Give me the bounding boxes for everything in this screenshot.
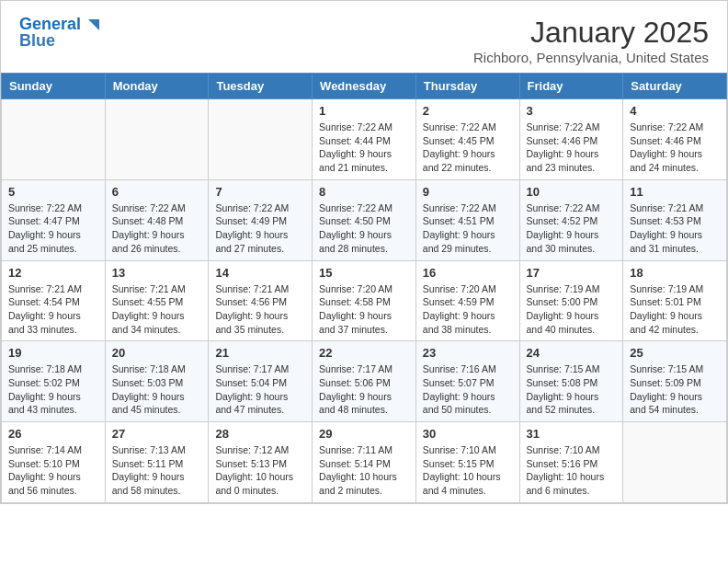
day-info: Sunrise: 7:21 AM Sunset: 4:54 PM Dayligh… [8, 282, 98, 337]
location: Richboro, Pennsylvania, United States [473, 50, 709, 65]
calendar-cell: 30Sunrise: 7:10 AM Sunset: 5:15 PM Dayli… [415, 422, 519, 503]
day-info: Sunrise: 7:19 AM Sunset: 5:01 PM Dayligh… [630, 282, 720, 337]
day-number: 18 [630, 266, 720, 280]
svg-marker-0 [88, 19, 99, 30]
day-info: Sunrise: 7:21 AM Sunset: 4:55 PM Dayligh… [112, 282, 202, 337]
day-number: 4 [630, 104, 720, 118]
day-number: 8 [319, 185, 409, 199]
weekday-header-friday: Friday [519, 74, 623, 99]
calendar-cell: 2Sunrise: 7:22 AM Sunset: 4:45 PM Daylig… [415, 99, 519, 180]
calendar-cell: 9Sunrise: 7:22 AM Sunset: 4:51 PM Daylig… [415, 179, 519, 260]
week-row-1: 1Sunrise: 7:22 AM Sunset: 4:44 PM Daylig… [2, 99, 727, 180]
day-info: Sunrise: 7:18 AM Sunset: 5:02 PM Dayligh… [8, 362, 98, 417]
day-number: 20 [112, 346, 202, 360]
weekday-header-wednesday: Wednesday [313, 74, 416, 99]
day-number: 1 [319, 104, 409, 118]
day-info: Sunrise: 7:22 AM Sunset: 4:47 PM Dayligh… [8, 201, 98, 256]
calendar-cell: 25Sunrise: 7:15 AM Sunset: 5:09 PM Dayli… [623, 341, 727, 422]
day-number: 19 [8, 346, 98, 360]
day-number: 2 [423, 104, 513, 118]
calendar-cell: 10Sunrise: 7:22 AM Sunset: 4:52 PM Dayli… [519, 179, 623, 260]
calendar-cell [2, 99, 106, 180]
day-number: 27 [112, 427, 202, 441]
month-title: January 2025 [473, 16, 709, 50]
calendar-cell: 16Sunrise: 7:20 AM Sunset: 4:59 PM Dayli… [415, 260, 519, 341]
day-info: Sunrise: 7:22 AM Sunset: 4:46 PM Dayligh… [630, 121, 720, 175]
day-info: Sunrise: 7:20 AM Sunset: 4:58 PM Dayligh… [319, 282, 409, 337]
week-row-3: 12Sunrise: 7:21 AM Sunset: 4:54 PM Dayli… [2, 260, 727, 341]
calendar-cell: 21Sunrise: 7:17 AM Sunset: 5:04 PM Dayli… [209, 341, 313, 422]
day-info: Sunrise: 7:22 AM Sunset: 4:50 PM Dayligh… [319, 201, 409, 256]
calendar-cell: 31Sunrise: 7:10 AM Sunset: 5:16 PM Dayli… [519, 422, 623, 503]
day-number: 28 [215, 427, 305, 441]
day-number: 6 [112, 185, 202, 199]
weekday-header-monday: Monday [105, 74, 209, 99]
weekday-header-tuesday: Tuesday [209, 74, 313, 99]
calendar-cell [623, 422, 727, 503]
day-info: Sunrise: 7:15 AM Sunset: 5:09 PM Dayligh… [630, 362, 720, 417]
day-number: 12 [8, 266, 98, 280]
day-info: Sunrise: 7:22 AM Sunset: 4:46 PM Dayligh… [527, 121, 617, 175]
day-info: Sunrise: 7:22 AM Sunset: 4:52 PM Dayligh… [527, 201, 617, 256]
calendar-table: SundayMondayTuesdayWednesdayThursdayFrid… [1, 73, 727, 503]
day-number: 11 [630, 185, 720, 199]
day-info: Sunrise: 7:17 AM Sunset: 5:04 PM Dayligh… [215, 362, 305, 417]
day-info: Sunrise: 7:15 AM Sunset: 5:08 PM Dayligh… [527, 362, 617, 417]
day-info: Sunrise: 7:10 AM Sunset: 5:16 PM Dayligh… [527, 443, 617, 498]
calendar-cell: 4Sunrise: 7:22 AM Sunset: 4:46 PM Daylig… [623, 99, 727, 180]
day-number: 16 [423, 266, 513, 280]
calendar-cell: 24Sunrise: 7:15 AM Sunset: 5:08 PM Dayli… [519, 341, 623, 422]
day-info: Sunrise: 7:22 AM Sunset: 4:44 PM Dayligh… [319, 121, 409, 175]
header: General Blue January 2025 Richboro, Penn… [1, 1, 727, 73]
day-info: Sunrise: 7:22 AM Sunset: 4:51 PM Dayligh… [423, 201, 513, 256]
logo: General Blue [19, 16, 99, 51]
calendar-cell: 18Sunrise: 7:19 AM Sunset: 5:01 PM Dayli… [623, 260, 727, 341]
day-number: 29 [319, 427, 409, 441]
day-number: 5 [8, 185, 98, 199]
day-info: Sunrise: 7:22 AM Sunset: 4:49 PM Dayligh… [215, 201, 305, 256]
week-row-5: 26Sunrise: 7:14 AM Sunset: 5:10 PM Dayli… [2, 422, 727, 503]
calendar-cell: 23Sunrise: 7:16 AM Sunset: 5:07 PM Dayli… [415, 341, 519, 422]
logo-blue-text: Blue [19, 32, 55, 51]
day-number: 24 [527, 346, 617, 360]
calendar-cell: 29Sunrise: 7:11 AM Sunset: 5:14 PM Dayli… [313, 422, 416, 503]
day-number: 25 [630, 346, 720, 360]
day-info: Sunrise: 7:19 AM Sunset: 5:00 PM Dayligh… [527, 282, 617, 337]
day-info: Sunrise: 7:18 AM Sunset: 5:03 PM Dayligh… [112, 362, 202, 417]
calendar-cell: 19Sunrise: 7:18 AM Sunset: 5:02 PM Dayli… [2, 341, 106, 422]
calendar-cell: 14Sunrise: 7:21 AM Sunset: 4:56 PM Dayli… [209, 260, 313, 341]
calendar-cell: 28Sunrise: 7:12 AM Sunset: 5:13 PM Dayli… [209, 422, 313, 503]
weekday-header-row: SundayMondayTuesdayWednesdayThursdayFrid… [2, 74, 727, 99]
week-row-4: 19Sunrise: 7:18 AM Sunset: 5:02 PM Dayli… [2, 341, 727, 422]
calendar-cell: 13Sunrise: 7:21 AM Sunset: 4:55 PM Dayli… [105, 260, 209, 341]
day-number: 7 [215, 185, 305, 199]
calendar-cell: 17Sunrise: 7:19 AM Sunset: 5:00 PM Dayli… [519, 260, 623, 341]
day-info: Sunrise: 7:11 AM Sunset: 5:14 PM Dayligh… [319, 443, 409, 498]
day-number: 22 [319, 346, 409, 360]
calendar-cell: 3Sunrise: 7:22 AM Sunset: 4:46 PM Daylig… [519, 99, 623, 180]
calendar-cell: 27Sunrise: 7:13 AM Sunset: 5:11 PM Dayli… [105, 422, 209, 503]
calendar-cell [105, 99, 209, 180]
day-number: 17 [527, 266, 617, 280]
calendar-cell: 20Sunrise: 7:18 AM Sunset: 5:03 PM Dayli… [105, 341, 209, 422]
calendar-cell: 7Sunrise: 7:22 AM Sunset: 4:49 PM Daylig… [209, 179, 313, 260]
day-number: 14 [215, 266, 305, 280]
day-info: Sunrise: 7:22 AM Sunset: 4:48 PM Dayligh… [112, 201, 202, 256]
title-block: January 2025 Richboro, Pennsylvania, Uni… [473, 16, 709, 65]
day-info: Sunrise: 7:22 AM Sunset: 4:45 PM Dayligh… [423, 121, 513, 175]
week-row-2: 5Sunrise: 7:22 AM Sunset: 4:47 PM Daylig… [2, 179, 727, 260]
day-number: 3 [527, 104, 617, 118]
calendar-cell: 12Sunrise: 7:21 AM Sunset: 4:54 PM Dayli… [2, 260, 106, 341]
day-number: 30 [423, 427, 513, 441]
calendar-cell: 11Sunrise: 7:21 AM Sunset: 4:53 PM Dayli… [623, 179, 727, 260]
calendar-cell: 8Sunrise: 7:22 AM Sunset: 4:50 PM Daylig… [313, 179, 416, 260]
calendar-cell: 5Sunrise: 7:22 AM Sunset: 4:47 PM Daylig… [2, 179, 106, 260]
day-number: 15 [319, 266, 409, 280]
calendar-cell: 15Sunrise: 7:20 AM Sunset: 4:58 PM Dayli… [313, 260, 416, 341]
day-info: Sunrise: 7:13 AM Sunset: 5:11 PM Dayligh… [112, 443, 202, 498]
day-info: Sunrise: 7:16 AM Sunset: 5:07 PM Dayligh… [423, 362, 513, 417]
day-number: 10 [527, 185, 617, 199]
day-info: Sunrise: 7:21 AM Sunset: 4:53 PM Dayligh… [630, 201, 720, 256]
day-info: Sunrise: 7:20 AM Sunset: 4:59 PM Dayligh… [423, 282, 513, 337]
weekday-header-saturday: Saturday [623, 74, 727, 99]
